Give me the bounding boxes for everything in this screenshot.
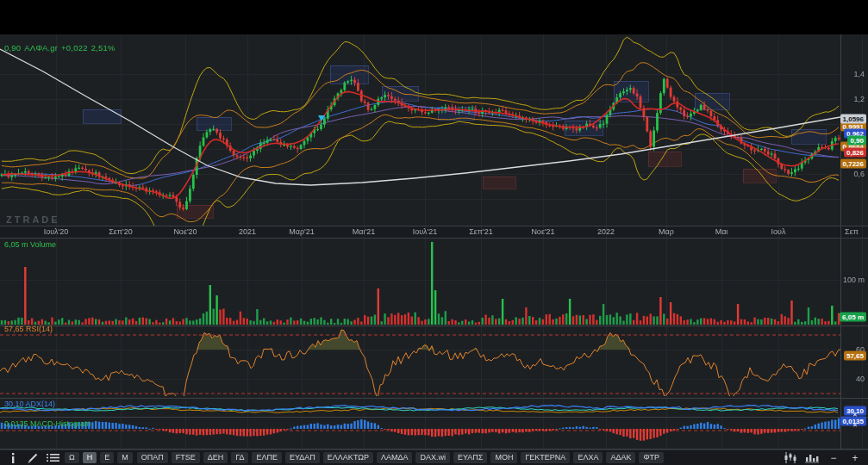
x-axis-label: Μαρ'21	[289, 227, 315, 236]
rsi-axis-tick: 40	[856, 375, 865, 383]
ticker-button-ελλακτωρ[interactable]: ΕΛΛΑΚΤΩΡ	[323, 452, 373, 463]
price-axis-tick: 0,6	[853, 170, 865, 178]
symbol-last-price: 0,90	[4, 43, 21, 53]
x-axis-label: Νοε'20	[173, 227, 197, 236]
ticker-button-ftse[interactable]: FTSE	[172, 452, 200, 463]
ticker-button-δεη[interactable]: ΔΕΗ	[203, 452, 228, 463]
x-axis-label: Μαρ	[659, 227, 674, 236]
timeframe-button-Μ[interactable]: Μ	[117, 452, 133, 463]
symbol-change-percent: 2,51%	[91, 43, 116, 53]
zoom-in-button[interactable]: +	[847, 452, 863, 464]
ticker-button-οπαπ[interactable]: ΟΠΑΠ	[137, 452, 168, 463]
trading-app-window: 0,90ΑΛΦΑ.gr+0,0222,51% ZTRADE 6,05 m Vol…	[0, 0, 868, 465]
toolbar-right-group: − +	[783, 452, 863, 464]
x-axis-label: Ιουλ'21	[413, 227, 438, 236]
x-axis-label: Σεπ'21	[469, 227, 493, 236]
symbol-name: ΑΛΦΑ.gr	[24, 43, 58, 53]
top-strip	[0, 0, 868, 34]
ticker-button-αδακ[interactable]: ΑΔΑΚ	[606, 452, 635, 463]
price-axis-badge: 0,7226	[840, 159, 866, 169]
price-axis-tick: 1,2	[853, 95, 865, 103]
timeframe-group: ΩΗΕΜ	[65, 452, 133, 463]
symbol-quote: 0,90ΑΛΦΑ.gr+0,0222,51%	[4, 43, 119, 53]
x-axis-label: Ιουλ'20	[44, 227, 69, 236]
x-axis-label: Σεπ	[845, 227, 859, 236]
timeframe-button-Η[interactable]: Η	[83, 452, 97, 463]
histogram-icon[interactable]	[804, 452, 820, 464]
volume-value-badge: 6,05 m	[840, 313, 866, 322]
draw-pencil-icon[interactable]	[25, 452, 41, 464]
x-axis-label: Νοε'21	[531, 227, 554, 236]
ticker-button-φτρ[interactable]: ΦΤΡ	[639, 452, 664, 463]
ticker-shortcut-group: ΟΠΑΠFTSEΔΕΗΓΔΕΛΠΕΕΥΔΑΠΕΛΛΑΚΤΩΡΛΑΜΔΑDAX.w…	[137, 452, 664, 463]
chart-canvas[interactable]	[0, 34, 868, 450]
timeframe-button-Ε[interactable]: Ε	[100, 452, 114, 463]
x-axis-label: Μαι	[715, 227, 728, 236]
x-axis-label: Σεπ'20	[109, 227, 133, 236]
ticker-button-μοη[interactable]: ΜΟΗ	[490, 452, 517, 463]
timeframe-button-Ω[interactable]: Ω	[65, 452, 79, 463]
x-axis-label: 2021	[239, 227, 256, 236]
ticker-button-ευαπς[interactable]: ΕΥΑΠΣ	[453, 452, 487, 463]
macd-panel-label: 0,0135 MACD-Histogram	[4, 419, 91, 428]
ticker-button-γεκτερνα[interactable]: ΓΕΚΤΕΡΝΑ	[521, 452, 570, 463]
volume-panel-label: 6,05 m Volume	[4, 240, 56, 249]
ticker-button-γδ[interactable]: ΓΔ	[231, 452, 248, 463]
ticker-button-ελχα[interactable]: ΕΛΧΑ	[573, 452, 603, 463]
ticker-button-dax.wi[interactable]: DAX.wi	[415, 452, 450, 463]
ticker-button-ελπε[interactable]: ΕΛΠΕ	[252, 452, 282, 463]
ticker-button-ευδαπ[interactable]: ΕΥΔΑΠ	[285, 452, 320, 463]
bottom-toolbar: ΩΗΕΜ ΟΠΑΠFTSEΔΕΗΓΔΕΛΠΕΕΥΔΑΠΕΛΛΑΚΤΩΡΛΑΜΔΑ…	[0, 450, 868, 465]
remove-adx-icon[interactable]: ✕	[852, 412, 858, 418]
candlestick-chart-icon[interactable]	[783, 452, 798, 464]
zoom-out-button[interactable]: −	[826, 452, 841, 464]
watermark: ZTRADE	[6, 214, 60, 225]
x-axis-label: 2022	[597, 227, 615, 236]
price-axis-tick: 1,4	[853, 70, 865, 78]
symbol-change: +0,022	[61, 43, 88, 53]
price-axis-badge: 0,90	[847, 136, 866, 146]
ticker-button-λαμδα[interactable]: ΛΑΜΔΑ	[377, 452, 413, 463]
adx-panel-label: 30,10 ADX(14)	[4, 400, 55, 408]
price-axis-badge: 1,0596	[840, 115, 866, 124]
remove-macd-icon[interactable]: ✕	[852, 422, 858, 429]
rsi-value-badge: 57,65	[844, 351, 866, 361]
rsi-panel-label: 57,65 RSI(14)	[4, 325, 53, 333]
x-axis-label: Ιουλ	[771, 227, 786, 236]
x-axis-label: Μαι'21	[353, 227, 375, 236]
info-icon[interactable]	[5, 452, 21, 464]
indicator-list-icon[interactable]	[45, 452, 60, 464]
price-axis-badge: 0,826	[844, 148, 866, 158]
volume-axis-tick: 100 m	[843, 276, 865, 284]
